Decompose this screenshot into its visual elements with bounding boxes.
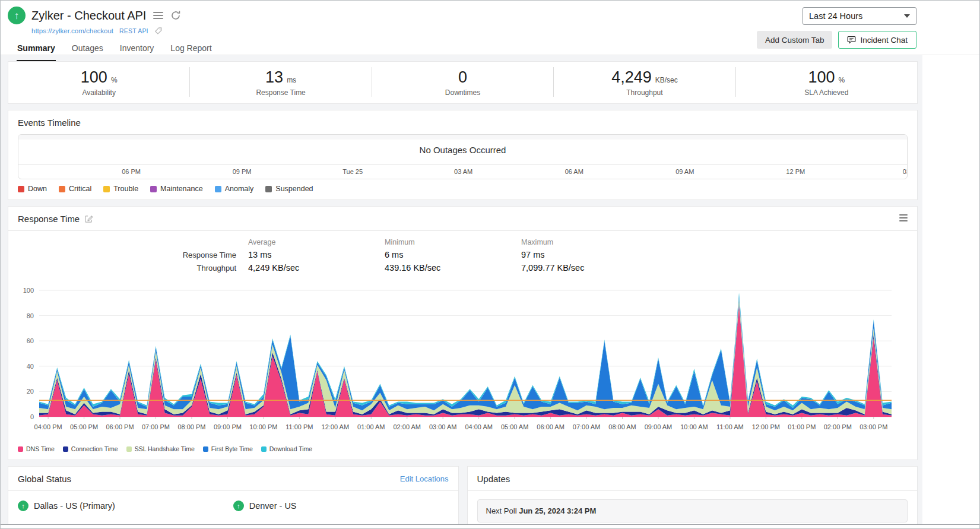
legend-swatch [63,446,68,452]
tab-summary[interactable]: Summary [17,41,56,62]
stat-response-time: 13msResponse Time [190,67,372,97]
response-time-summary-table: AverageMinimumMaximumResponse Time13 ms6… [8,231,917,275]
x-axis-tick-label: 05:00 PM [70,423,98,430]
up-arrow-icon: ↑ [14,11,20,21]
legend-label: First Byte Time [211,445,253,452]
chart-menu-icon[interactable] [899,214,908,221]
up-arrow-icon: ↑ [21,503,25,509]
rt-summary-col-maximum: Maximum [521,238,908,246]
x-axis-tick-label: 02:00 PM [824,423,852,430]
rt-summary-value: 439.16 KB/sec [385,263,521,273]
events-timeline-title: Events Timeline [18,118,81,128]
tab-outages[interactable]: Outages [71,41,104,62]
location-status-up-icon: ↑ [18,524,28,525]
monitor-menu-icon[interactable] [152,11,164,20]
response-time-chart-area: 02040608010004:00 PM05:00 PM06:00 PM07:0… [8,275,917,443]
legend-swatch [261,446,267,452]
events-timeline-legend: DownCriticalTroubleMaintenanceAnomalySus… [8,179,917,199]
legend-label: DNS Time [26,445,55,452]
y-axis-tick-label: 60 [27,337,34,344]
time-range-select[interactable]: Last 24 Hours [803,7,916,25]
monitor-type-label[interactable]: REST API [119,27,148,34]
time-range-value: Last 24 Hours [809,11,862,21]
legend-label: Suspended [275,185,313,193]
x-axis-tick-label: 11:00 PM [286,423,313,430]
location-dallas-us-primary: ↑Dallas - US (Primary) [18,501,233,511]
up-arrow-icon: ↑ [237,503,240,509]
stat-value: 100 [808,68,835,87]
response-time-card: Response Time AverageMinimumMaximumRespo… [8,206,918,460]
x-axis-tick-label: 02:00 AM [394,423,421,430]
location-status-up-icon: ↑ [233,524,244,525]
y-axis-tick-label: 40 [27,363,34,370]
x-axis-tick-label: 03:00 PM [860,423,887,430]
stat-unit: % [839,76,845,84]
legend-item-dns-time: DNS Time [18,445,55,452]
location-name: Dallas - US (Primary) [34,501,115,511]
incident-chat-label: Incident Chat [860,36,908,45]
rt-summary-value: 13 ms [248,250,385,259]
location-status-up-icon: ↑ [18,501,28,511]
updates-card: Updates Next Poll Jun 25, 2024 3:24 PM [467,466,918,525]
monitor-url-link[interactable]: https://zylker.com/checkout [31,27,113,34]
legend-label: SSL Handshake Time [135,445,195,452]
monitor-header-left: ↑ Zylker - Checkout API https://zylker.c… [8,7,213,55]
rt-summary-value: 6 ms [385,250,521,259]
tab-log-report[interactable]: Log Report [170,41,212,62]
monitor-header: ↑ Zylker - Checkout API https://zylker.c… [1,1,979,55]
x-axis-tick-label: 09:00 PM [214,423,242,430]
stat-unit: % [111,76,118,84]
response-time-chart-legend: DNS TimeConnection TimeSSL Handshake Tim… [8,443,917,460]
rt-summary-value: 4,249 KB/sec [248,263,385,273]
stat-unit: ms [287,76,296,84]
tab-inventory[interactable]: Inventory [119,41,155,62]
stat-value: 4,249 [611,68,652,87]
next-poll-banner: Next Poll Jun 25, 2024 3:24 PM [477,499,908,522]
legend-item-download-time: Download Time [261,445,312,452]
timeline-axis-label: 06 PM [122,168,141,175]
add-custom-tab-button[interactable]: Add Custom Tab [757,31,833,49]
refresh-icon[interactable] [170,10,181,21]
x-axis-tick-label: 07:00 AM [573,423,600,430]
response-time-title: Response Time [18,214,80,224]
legend-swatch [103,186,110,192]
no-outages-message: No Outages Occurred [420,145,506,155]
legend-label: Down [28,185,47,193]
legend-swatch [215,186,221,192]
stat-downtimes: 0Downtimes [372,67,554,97]
timeline-axis-label: 03 [903,168,908,175]
x-axis-tick-label: 01:00 AM [357,423,385,430]
chat-bubble-icon [847,36,856,44]
legend-swatch [203,446,208,452]
legend-swatch [18,186,24,192]
incident-chat-button[interactable]: Incident Chat [838,31,916,49]
location-status-up-icon: ↑ [233,501,244,511]
bottom-row: Global Status Edit Locations ↑Dallas - U… [8,466,918,525]
stat-label: Response Time [190,88,371,97]
x-axis-tick-label: 06:00 PM [106,423,134,430]
x-axis-tick-label: 08:00 PM [177,423,205,430]
legend-swatch [18,446,23,452]
legend-item-first-byte-time: First Byte Time [203,445,253,452]
y-axis-tick-label: 0 [30,413,34,420]
rt-summary-col-average: Average [248,238,385,246]
next-poll-time: Jun 25, 2024 3:24 PM [519,506,596,515]
x-axis-tick-label: 06:00 AM [537,423,564,430]
legend-item-anomaly: Anomaly [215,185,254,193]
rt-summary-row-label: Response Time [18,251,248,259]
global-status-title: Global Status [18,474,71,484]
edit-locations-link[interactable]: Edit Locations [400,474,449,483]
legend-item-ssl-handshake-time: SSL Handshake Time [126,445,195,452]
tag-icon[interactable] [154,27,163,35]
stat-label: Downtimes [372,88,553,97]
stat-value-row: 13ms [190,68,371,87]
edit-chart-icon[interactable] [84,214,93,223]
x-axis-tick-label: 03:00 AM [429,423,456,430]
legend-swatch [265,186,272,192]
stat-value-row: 4,249KB/sec [554,68,735,87]
legend-swatch [59,186,65,192]
app-window: ↑ Zylker - Checkout API https://zylker.c… [0,0,980,529]
location-name: Denver - US [249,501,297,511]
stat-value-row: 100% [736,68,917,87]
legend-label: Anomaly [225,185,254,193]
